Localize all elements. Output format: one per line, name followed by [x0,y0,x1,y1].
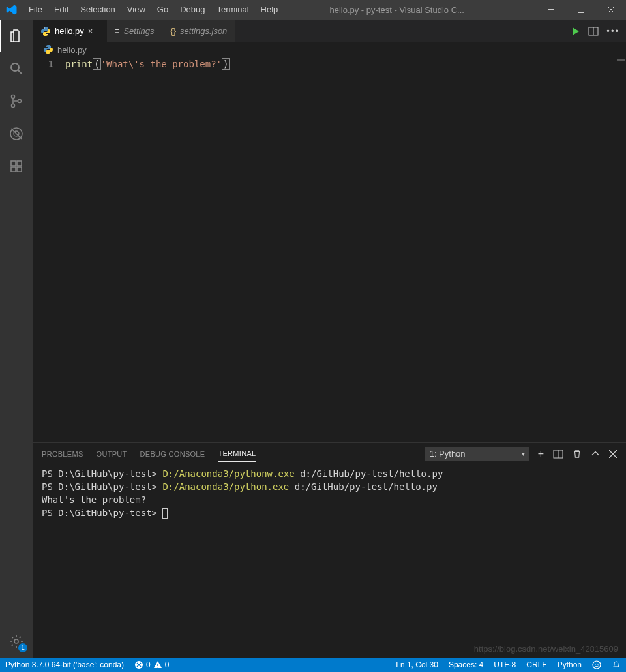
minimize-button[interactable] [536,0,566,20]
activity-debug[interactable] [0,117,33,150]
breadcrumb-file: hello.py [57,45,87,55]
tab-label: Settings [123,26,154,36]
run-icon[interactable] [570,26,580,37]
menu-file[interactable]: File [23,0,48,20]
maximize-button[interactable] [566,0,596,20]
close-button[interactable] [596,0,626,20]
watermark: https://blog.csdn.net/weixin_42815609 [474,644,618,654]
activity-explorer[interactable] [0,20,33,52]
svg-rect-0 [548,9,554,10]
settings-icon: ≡ [115,26,120,36]
panel-tab-output[interactable]: OUTPUT [97,450,127,458]
svg-rect-21 [157,667,158,667]
status-encoding[interactable]: UTF-8 [488,658,521,672]
svg-point-12 [14,639,18,643]
svg-point-4 [12,104,15,108]
svg-point-22 [593,661,601,669]
line-number-gutter: 1 [33,57,65,442]
status-bar: Python 3.7.0 64-bit ('base': conda) 0 0 … [0,658,626,672]
status-cursor[interactable]: Ln 1, Col 30 [391,658,443,672]
tab-hello-py[interactable]: hello.py × [33,20,107,42]
svg-point-2 [11,63,19,71]
status-notifications-icon[interactable] [606,658,626,672]
status-feedback-icon[interactable] [587,658,606,672]
settings-badge: 1 [18,643,27,652]
vscode-logo-icon [0,4,23,16]
tab-label: settings.json [180,26,227,36]
menu-debug[interactable]: Debug [174,0,211,20]
maximize-panel-icon[interactable] [591,450,600,459]
activity-source-control[interactable] [0,85,33,117]
svg-point-24 [597,664,599,665]
svg-rect-10 [17,167,22,172]
terminal[interactable]: PS D:\GitHub\py-test> D:/Anaconda3/pytho… [33,465,626,658]
menu-terminal[interactable]: Terminal [211,0,254,20]
python-file-icon [40,26,51,37]
activity-settings[interactable]: 1 [0,625,33,658]
menu-bar: File Edit Selection View Go Debug Termin… [23,0,284,20]
kill-terminal-icon[interactable] [573,450,582,459]
menu-edit[interactable]: Edit [48,0,74,20]
menu-help[interactable]: Help [255,0,284,20]
error-icon [134,660,143,669]
panel-tab-terminal[interactable]: TERMINAL [218,450,256,462]
panel-tab-debug-console[interactable]: DEBUG CONSOLE [140,450,205,458]
tab-label: hello.py [55,26,84,36]
python-file-icon [43,44,53,55]
warning-icon [153,660,162,669]
activity-search[interactable] [0,52,33,85]
minimap[interactable] [613,57,626,442]
activity-extensions[interactable] [0,150,33,183]
svg-rect-1 [578,7,584,13]
new-terminal-icon[interactable]: + [538,448,544,460]
svg-point-14 [46,34,47,35]
status-interpreter[interactable]: Python 3.7.0 64-bit ('base': conda) [0,658,129,672]
menu-view[interactable]: View [121,0,151,20]
editor[interactable]: 1 print('What\'s the problem?') [33,57,626,442]
terminal-selector[interactable]: 1: Python [425,447,529,461]
line-number: 1 [33,58,53,70]
menu-selection[interactable]: Selection [74,0,121,20]
status-language[interactable]: Python [552,658,587,672]
status-indent[interactable]: Spaces: 4 [443,658,488,672]
panel: PROBLEMS OUTPUT DEBUG CONSOLE TERMINAL 1… [33,442,626,658]
titlebar: File Edit Selection View Go Debug Termin… [0,0,626,20]
svg-point-13 [44,27,44,28]
status-problems[interactable]: 0 0 [129,658,174,672]
svg-rect-9 [11,167,16,172]
json-file-icon: {} [170,26,176,36]
status-eol[interactable]: CRLF [521,658,552,672]
svg-rect-8 [11,161,16,166]
close-panel-icon[interactable] [609,450,617,458]
more-actions-icon[interactable]: ••• [606,26,619,36]
editor-tabs: hello.py × ≡ Settings {} settings.json •… [33,20,626,42]
tab-settings-json[interactable]: {} settings.json [162,20,235,42]
activity-bar: 1 [0,20,33,658]
menu-go[interactable]: Go [151,0,174,20]
tab-settings[interactable]: ≡ Settings [107,20,163,42]
svg-rect-20 [157,664,158,666]
window-controls [536,0,626,20]
window-title: hello.py - py-test - Visual Studio C... [284,5,536,15]
svg-point-3 [12,95,15,99]
panel-tabs: PROBLEMS OUTPUT DEBUG CONSOLE TERMINAL 1… [33,443,626,465]
svg-point-5 [18,100,22,103]
svg-rect-11 [17,161,22,166]
split-terminal-icon[interactable] [553,449,563,459]
code-content[interactable]: print('What\'s the problem?') [65,57,613,442]
tab-close-icon[interactable]: × [88,26,98,36]
terminal-cursor [162,508,168,519]
breadcrumb[interactable]: hello.py [33,42,626,57]
svg-point-23 [595,664,596,665]
panel-tab-problems[interactable]: PROBLEMS [42,450,83,458]
split-editor-icon[interactable] [588,26,599,37]
